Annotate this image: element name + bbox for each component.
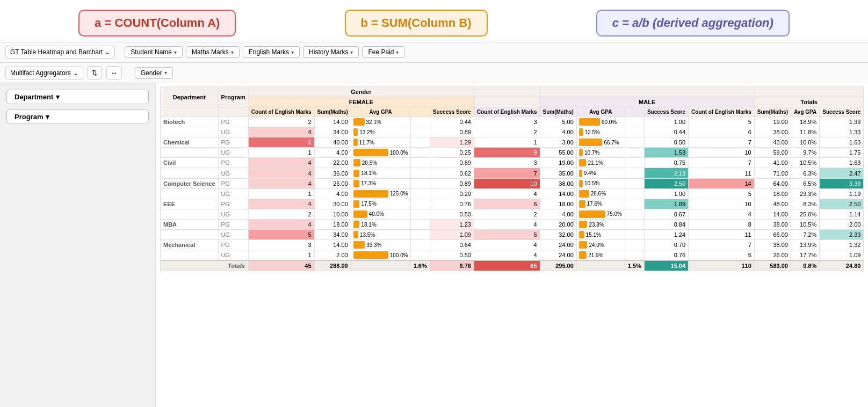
- prog-cell: UG: [218, 250, 248, 261]
- pill-english-marks[interactable]: English Marks ▾: [243, 46, 300, 58]
- prog-cell: PG: [218, 199, 248, 209]
- dropdown-arrow: ⌄: [73, 69, 78, 77]
- t-gpa-cell: 18.9%: [791, 117, 819, 127]
- expand-button[interactable]: ↔: [106, 66, 122, 79]
- t-gpa-cell: 10.0%: [791, 137, 819, 148]
- m-score-cell: 0.50: [644, 137, 688, 148]
- sidebar-dept[interactable]: Department ▾: [6, 90, 149, 104]
- table-row: UG534.0013.5%1.09632.0015.1%1.241166.007…: [161, 230, 864, 240]
- chevron-icon: ▾: [174, 49, 177, 55]
- sidebar-prog[interactable]: Program ▾: [6, 110, 149, 124]
- m-count-cell: 10: [474, 178, 540, 188]
- m-sum-cell: 14.00: [540, 188, 576, 199]
- pill-history-marks[interactable]: History Marks ▾: [303, 46, 359, 58]
- prog-cell: UG: [218, 127, 248, 137]
- t-score-cell: 3.38: [820, 178, 864, 188]
- m-count-cell: 1: [474, 137, 540, 148]
- totals-row: Totals 45 288.00 1.6% 9.78 65 295.00 1.5…: [161, 260, 864, 271]
- t-sum-cell: 38.00: [754, 219, 791, 229]
- t-sum-cell: 48.00: [754, 199, 791, 209]
- dept-cell: [161, 127, 219, 137]
- t-count-cell: 7: [689, 240, 755, 250]
- t-sum-cell: 19.00: [754, 117, 791, 127]
- f-sum-cell: 40.00: [314, 137, 351, 148]
- m-score-cell: 1.00: [644, 188, 688, 199]
- m-sum-cell: 4.00: [540, 127, 576, 137]
- annotation-c-label: c = a/b (derived aggregation): [612, 16, 773, 30]
- f-gpa-cell: 18.1%: [351, 219, 410, 229]
- th-f-gpa: Avg GPA: [351, 107, 410, 117]
- dropdown-arrow: ⌄: [105, 48, 110, 56]
- totals-m-sum: 295.00: [540, 260, 576, 271]
- t-gpa-cell: 10.5%: [791, 219, 819, 229]
- pill-fee-paid[interactable]: Fee Paid ▾: [362, 46, 404, 58]
- table-row: UG436.0018.1%0.62735.009.4%2.131171.006.…: [161, 168, 864, 178]
- f-sum-cell: 36.00: [314, 168, 351, 178]
- f-score-cell: 1.29: [430, 137, 474, 148]
- table-type-label: GT Table Heatmap and Barchart: [10, 48, 103, 56]
- t-sum-cell: 66.00: [754, 230, 791, 240]
- m-score-cell: 2.13: [644, 168, 688, 178]
- m-gpa-cell: 10.5%: [576, 178, 625, 188]
- sort-button[interactable]: ⇅: [88, 66, 102, 79]
- t-gpa-cell: 7.2%: [791, 230, 819, 240]
- f-count-cell: 4: [248, 199, 314, 209]
- annotation-b: b = SUM(Column B): [345, 10, 488, 37]
- t-score-cell: 1.14: [820, 209, 864, 219]
- chevron-icon: ▾: [291, 49, 294, 55]
- dept-cell: Biotech: [161, 117, 219, 127]
- m-gpa-cell: 10.7%: [576, 148, 625, 158]
- t-score-cell: 1.09: [820, 250, 864, 261]
- dept-cell: Civil: [161, 158, 219, 168]
- dept-cell: EEE: [161, 199, 219, 209]
- th-f-count: Count of English Marks: [248, 107, 314, 117]
- m-score-cell: 1.00: [644, 117, 688, 127]
- table-row: MBAPG418.0018.1%1.23420.0023.8%0.84838.0…: [161, 219, 864, 229]
- f-score-cell: 1.23: [430, 219, 474, 229]
- m-gpa-cell: 24.0%: [576, 240, 625, 250]
- f-score-cell: 0.89: [430, 158, 474, 168]
- m-sum-cell: 5.00: [540, 117, 576, 127]
- f-sum-cell: 2.00: [314, 250, 351, 261]
- f-sum-cell: 4.00: [314, 148, 351, 158]
- f-count-cell: 3: [248, 240, 314, 250]
- pill-gender[interactable]: Gender ▾: [135, 67, 173, 79]
- f-gpa-cell: 17.3%: [351, 178, 410, 188]
- table-row: UG12.00100.0%0.50424.0021.9%0.76526.0017…: [161, 250, 864, 261]
- chevron-icon: ▾: [56, 93, 60, 101]
- t-count-cell: 10: [689, 148, 755, 158]
- m-sum-cell: 19.00: [540, 158, 576, 168]
- f-score-cell: 0.50: [430, 209, 474, 219]
- annotation-a: a = COUNT(Column A): [78, 10, 236, 37]
- m-count-cell: 3: [474, 117, 540, 127]
- m-score-cell: 0.44: [644, 127, 688, 137]
- dept-cell: MBA: [161, 219, 219, 229]
- f-score-cell: 0.44: [430, 117, 474, 127]
- f-count-cell: 4: [248, 219, 314, 229]
- t-sum-cell: 18.00: [754, 188, 791, 199]
- t-score-cell: 1.33: [820, 127, 864, 137]
- m-gpa-cell: 9.4%: [576, 168, 625, 178]
- th-department: Department: [161, 87, 219, 107]
- pill-student-name[interactable]: Student Name ▾: [125, 46, 183, 58]
- table-row: ChemicalPG640.0011.7%1.2913.0066.7%0.507…: [161, 137, 864, 148]
- chevron-icon: ▾: [396, 49, 399, 55]
- aggregator-dropdown[interactable]: Multifact Aggregators ⌄: [5, 67, 83, 79]
- annotation-a-label: a = COUNT(Column A): [95, 16, 220, 30]
- th-m-gpa: Avg GPA: [576, 107, 625, 117]
- t-count-cell: 14: [689, 178, 755, 188]
- t-sum-cell: 59.00: [754, 148, 791, 158]
- f-gpa-cell: 100.0%: [351, 148, 410, 158]
- f-sum-cell: 10.00: [314, 209, 351, 219]
- prog-cell: UG: [218, 188, 248, 199]
- m-gpa-cell: 66.7%: [576, 137, 625, 148]
- th-m-sum: Sum(Maths): [540, 107, 576, 117]
- totals-f-score: 9.78: [430, 260, 474, 271]
- m-count-cell: 4: [474, 219, 540, 229]
- pill-maths-marks[interactable]: Maths Marks ▾: [186, 46, 240, 58]
- prog-cell: PG: [218, 240, 248, 250]
- f-sum-cell: 34.00: [314, 127, 351, 137]
- m-sum-cell: 32.00: [540, 230, 576, 240]
- table-type-dropdown[interactable]: GT Table Heatmap and Barchart ⌄: [5, 46, 115, 59]
- m-count-cell: 6: [474, 230, 540, 240]
